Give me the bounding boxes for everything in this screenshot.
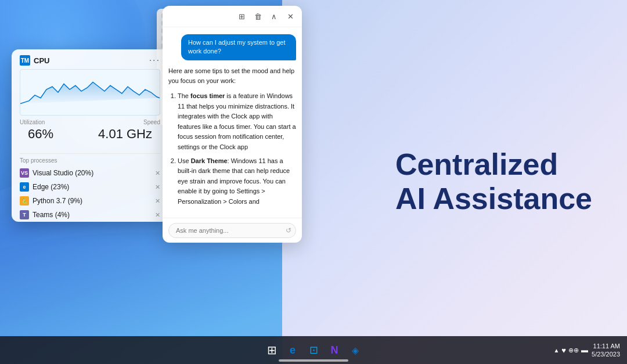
utilization-value: 66%: [20, 127, 62, 146]
cpu-app-icon: TM: [20, 55, 30, 66]
process-row-0: VS Visual Studio (20%) ✕: [12, 166, 168, 180]
process-row-1: e Edge (23%) ✕: [12, 180, 168, 194]
cpu-graph: [20, 69, 160, 116]
search-taskbar-icon[interactable]: ⊞: [262, 341, 281, 359]
hero-section: Centralized AI Assistance: [395, 147, 592, 217]
ai-item-1: The focus timer is a feature in Windows …: [178, 91, 296, 153]
chevron-up-icon[interactable]: ∧: [268, 10, 280, 22]
taskbar-center: ⊞ e ⊡ N ◈: [262, 341, 365, 359]
cpu-title-label: CPU: [34, 56, 49, 65]
close-icon[interactable]: ✕: [284, 10, 296, 22]
tray-battery-icon[interactable]: ▬: [581, 346, 588, 354]
clock-time: 11:11 AM: [592, 342, 620, 350]
clock-date: 5/23/2023: [592, 350, 620, 358]
nav-taskbar-icon[interactable]: N: [325, 341, 344, 359]
processes-label: Top processes: [12, 155, 168, 166]
ai-response: Here are some tips to set the mood and h…: [168, 66, 296, 211]
tray-arrow-icon[interactable]: ▲: [553, 347, 559, 354]
cpu-divider: [20, 153, 160, 154]
user-message: How can I adjust my system to get work d…: [181, 34, 296, 60]
speed-value: 4.01 GHz: [90, 127, 160, 146]
copilot-input-wrapper: ↺: [168, 223, 296, 238]
ai-item-2: Use Dark Theme: Windows 11 has a built-i…: [178, 156, 296, 207]
process-name-2: 🐍 Python 3.7 (9%): [20, 196, 82, 206]
copilot-input-area: ↺: [163, 218, 302, 243]
process-close-1[interactable]: ✕: [155, 183, 160, 191]
tray-heart-icon[interactable]: ♥: [561, 346, 566, 355]
process-name-3: T Teams (4%): [20, 210, 70, 219]
utilization-label: Utilization: [20, 119, 45, 125]
grid-icon[interactable]: ⊞: [236, 10, 247, 22]
ai-items-list: The focus timer is a feature in Windows …: [168, 91, 296, 207]
vs-icon: VS: [20, 168, 29, 178]
cpu-stats-values: 66% 4.01 GHz: [12, 127, 168, 152]
home-indicator-bar: [279, 359, 348, 362]
taskbar-right: ▲ ♥ ⊕⊕ ▬ 11:11 AM 5/23/2023: [553, 342, 620, 359]
copilot-input-field[interactable]: [168, 223, 296, 238]
edge-taskbar-icon[interactable]: e: [283, 341, 302, 359]
tray-network-icon[interactable]: ⊕⊕: [568, 347, 579, 354]
system-tray: ▲ ♥ ⊕⊕ ▬: [553, 346, 588, 355]
copilot-toolbar: ⊞ 🗑 ∧ ✕: [163, 6, 302, 27]
process-close-3[interactable]: ✕: [155, 211, 160, 219]
copilot-panel: ⊞ 🗑 ∧ ✕ How can I adjust my system to ge…: [163, 6, 302, 243]
cpu-widget: TM CPU ··· Utilization Speed: [12, 49, 168, 222]
cpu-title-row: TM CPU: [20, 55, 49, 66]
taskbar-clock[interactable]: 11:11 AM 5/23/2023: [592, 342, 620, 359]
copilot-messages: How can I adjust my system to get work d…: [163, 27, 302, 218]
vscode-taskbar-icon[interactable]: ◈: [346, 341, 365, 359]
hero-line1: Centralized: [395, 147, 592, 182]
process-close-2[interactable]: ✕: [155, 197, 160, 205]
cpu-widget-header: TM CPU ···: [12, 49, 168, 69]
python-process-icon: 🐍: [20, 196, 29, 206]
trash-icon[interactable]: 🗑: [252, 10, 264, 22]
process-row-2: 🐍 Python 3.7 (9%) ✕: [12, 194, 168, 208]
cpu-more-button[interactable]: ···: [149, 55, 160, 66]
process-row-3: T Teams (4%) ✕: [12, 208, 168, 222]
process-name-0: VS Visual Studio (20%): [20, 168, 93, 178]
cpu-graph-svg: [20, 70, 160, 115]
speed-label: Speed: [143, 119, 160, 125]
process-name-1: e Edge (23%): [20, 182, 69, 192]
teams-process-icon: T: [20, 210, 29, 219]
cpu-stats-labels: Utilization Speed: [12, 116, 168, 127]
store-taskbar-icon[interactable]: ⊡: [304, 341, 323, 359]
send-icon[interactable]: ↺: [286, 226, 291, 235]
hero-line2: AI Assistance: [395, 182, 592, 217]
hero-title: Centralized AI Assistance: [395, 147, 592, 217]
edge-process-icon: e: [20, 182, 29, 192]
ai-intro: Here are some tips to set the mood and h…: [168, 66, 296, 87]
process-close-0[interactable]: ✕: [155, 170, 160, 177]
